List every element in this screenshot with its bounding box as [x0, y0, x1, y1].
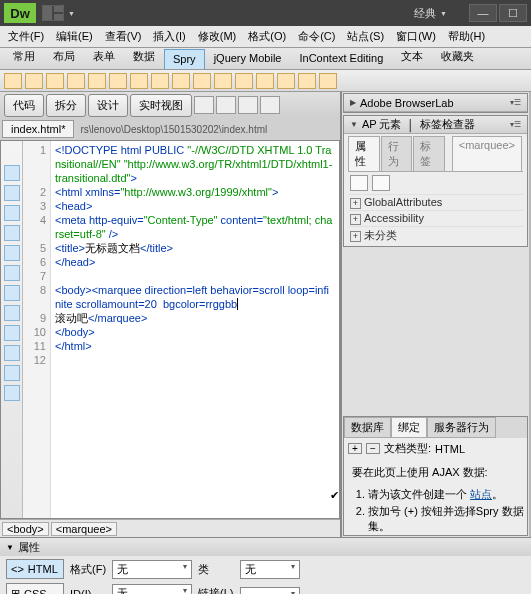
insert-tool-icon[interactable]	[193, 73, 211, 89]
code-area[interactable]: <!DOCTYPE html PUBLIC "-//W3C//DTD XHTML…	[51, 141, 339, 518]
html-properties-tab[interactable]: <> HTML	[6, 559, 64, 579]
breadcrumb-tag[interactable]: <body>	[2, 522, 49, 536]
category-tab[interactable]: 布局	[44, 45, 84, 69]
tag-inspector-tab[interactable]: 属性	[348, 136, 380, 171]
code-tool-icon[interactable]	[4, 185, 20, 201]
menu-item[interactable]: 命令(C)	[292, 26, 341, 47]
code-tool-icon[interactable]	[4, 385, 20, 401]
id-label: ID(I)	[70, 588, 106, 595]
category-tab[interactable]: 表单	[84, 45, 124, 69]
insert-tool-icon[interactable]	[172, 73, 190, 89]
attribute-tree[interactable]: +GlobalAttributes+Accessibility+未分类	[348, 194, 523, 244]
css-properties-tab[interactable]: ⊞ CSS	[6, 583, 64, 594]
panel-menu-icon[interactable]: ▾☰	[510, 98, 521, 107]
doc-tool-icon[interactable]	[238, 96, 258, 114]
ap-tag-panel-header[interactable]: ▼ AP 元素 │ 标签检查器 ▾☰	[344, 116, 527, 134]
menu-item[interactable]: 修改(M)	[192, 26, 243, 47]
maximize-button[interactable]: ☐	[499, 4, 527, 22]
add-binding-button[interactable]: +	[348, 443, 362, 454]
category-tab[interactable]: 常用	[4, 45, 44, 69]
site-link[interactable]: 站点	[470, 488, 492, 500]
code-tool-icon[interactable]	[4, 245, 20, 261]
browserlab-panel: ▶ Adobe BrowserLab ▾☰	[343, 93, 528, 113]
menu-item[interactable]: 格式(O)	[242, 26, 292, 47]
insert-tool-icon[interactable]	[88, 73, 106, 89]
attribute-group[interactable]: +GlobalAttributes	[348, 194, 523, 210]
insert-tool-icon[interactable]	[109, 73, 127, 89]
insert-tool-icon[interactable]	[298, 73, 316, 89]
insert-tool-icon[interactable]	[130, 73, 148, 89]
tag-inspector-tab[interactable]: 行为	[381, 136, 413, 171]
doc-tool-icon[interactable]	[216, 96, 236, 114]
insert-toolbar	[0, 70, 531, 92]
code-tool-icon[interactable]	[4, 305, 20, 321]
insert-tool-icon[interactable]	[214, 73, 232, 89]
insert-tool-icon[interactable]	[46, 73, 64, 89]
code-tool-icon[interactable]	[4, 205, 20, 221]
remove-binding-button[interactable]: −	[366, 443, 380, 454]
menu-item[interactable]: 站点(S)	[341, 26, 390, 47]
attribute-group[interactable]: +Accessibility	[348, 210, 523, 226]
id-select[interactable]: 无	[112, 584, 192, 594]
code-tool-icon[interactable]	[4, 325, 20, 341]
menu-item[interactable]: 帮助(H)	[442, 26, 491, 47]
menu-item[interactable]: 文件(F)	[2, 26, 50, 47]
insert-tool-icon[interactable]	[25, 73, 43, 89]
ap-tag-panel: ▼ AP 元素 │ 标签检查器 ▾☰ 属性行为标签<marquee> +Glob…	[343, 115, 528, 247]
code-tool-icon[interactable]	[4, 265, 20, 281]
doc-tool-icon[interactable]	[194, 96, 214, 114]
file-tab[interactable]: index.html*	[2, 120, 74, 138]
tag-inspector-title: 标签检查器	[420, 117, 475, 132]
view-button[interactable]: 代码	[4, 94, 44, 117]
layout-dropdown-icon[interactable]: ▼	[68, 10, 75, 17]
format-select[interactable]: 无	[112, 560, 192, 579]
insert-tool-icon[interactable]	[67, 73, 85, 89]
panel-menu-icon[interactable]: ▾☰	[510, 120, 521, 129]
code-tool-icon[interactable]	[4, 365, 20, 381]
category-tab[interactable]: Spry	[164, 49, 205, 69]
code-tool-icon[interactable]	[4, 285, 20, 301]
attribute-group[interactable]: +未分类	[348, 226, 523, 244]
workspace-mode[interactable]: 经典	[414, 6, 436, 21]
code-tool-icon[interactable]	[4, 345, 20, 361]
category-tab[interactable]: 数据	[124, 45, 164, 69]
code-tool-icon[interactable]	[4, 225, 20, 241]
class-select[interactable]: 无	[240, 560, 300, 579]
breadcrumb-tag[interactable]: <marquee>	[51, 522, 117, 536]
bindings-tab[interactable]: 数据库	[344, 417, 391, 438]
category-tab[interactable]: jQuery Mobile	[205, 48, 291, 69]
menu-item[interactable]: 插入(I)	[147, 26, 191, 47]
code-tool-icon[interactable]	[4, 165, 20, 181]
minimize-button[interactable]: —	[469, 4, 497, 22]
menu-item[interactable]: 窗口(W)	[390, 26, 442, 47]
view-button[interactable]: 实时视图	[130, 94, 192, 117]
list-view-icon[interactable]	[372, 175, 390, 191]
file-tab-row: index.html* rs\lenovo\Desktop\1501530202…	[0, 118, 340, 140]
link-select[interactable]	[240, 587, 300, 594]
category-tab[interactable]: InContext Editing	[290, 48, 392, 69]
bindings-tab[interactable]: 服务器行为	[427, 417, 496, 438]
menu-item[interactable]: 查看(V)	[99, 26, 148, 47]
view-button[interactable]: 拆分	[46, 94, 86, 117]
insert-tool-icon[interactable]	[151, 73, 169, 89]
tag-inspector-tab[interactable]: 标签	[413, 136, 445, 171]
code-editor: 123456789101112 <!DOCTYPE html PUBLIC "-…	[0, 140, 340, 519]
insert-tool-icon[interactable]	[256, 73, 274, 89]
category-tab[interactable]: 文本	[392, 45, 432, 69]
insert-tool-icon[interactable]	[235, 73, 253, 89]
category-view-icon[interactable]	[350, 175, 368, 191]
menu-item[interactable]: 编辑(E)	[50, 26, 99, 47]
browserlab-panel-header[interactable]: ▶ Adobe BrowserLab ▾☰	[344, 94, 527, 112]
doc-tool-icon[interactable]	[260, 96, 280, 114]
properties-header[interactable]: ▼ 属性	[0, 538, 531, 556]
category-tab[interactable]: 收藏夹	[432, 45, 483, 69]
insert-tool-icon[interactable]	[4, 73, 22, 89]
doctype-label: 文档类型:	[384, 441, 431, 456]
workspace-dropdown-icon[interactable]: ▼	[440, 10, 447, 17]
svg-rect-1	[43, 6, 52, 20]
insert-tool-icon[interactable]	[319, 73, 337, 89]
bindings-tab[interactable]: 绑定	[391, 417, 427, 438]
layout-switcher-icon[interactable]	[42, 5, 64, 21]
insert-tool-icon[interactable]	[277, 73, 295, 89]
view-button[interactable]: 设计	[88, 94, 128, 117]
